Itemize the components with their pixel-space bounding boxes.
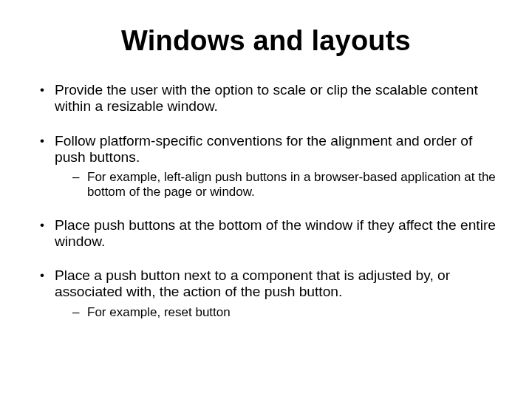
list-item-text: Place push buttons at the bottom of the … (55, 217, 496, 249)
list-item: Place push buttons at the bottom of the … (34, 217, 498, 250)
list-item-text: Follow platform-specific conventions for… (55, 133, 472, 165)
sub-list: For example, reset button (55, 305, 498, 320)
slide: Windows and layouts Provide the user wit… (0, 0, 532, 399)
list-item: Place a push button next to a component … (34, 267, 498, 319)
list-item-text: Provide the user with the option to scal… (55, 82, 478, 114)
sub-list-item-text: For example, reset button (87, 305, 231, 319)
list-item: Follow platform-specific conventions for… (34, 133, 498, 200)
sub-list-item: For example, left-align push buttons in … (55, 170, 498, 199)
bullet-list: Provide the user with the option to scal… (34, 82, 498, 319)
sub-list-item: For example, reset button (55, 305, 498, 320)
sub-list-item-text: For example, left-align push buttons in … (87, 170, 496, 199)
slide-title: Windows and layouts (34, 25, 498, 57)
sub-list: For example, left-align push buttons in … (55, 170, 498, 199)
list-item-text: Place a push button next to a component … (55, 267, 450, 299)
list-item: Provide the user with the option to scal… (34, 82, 498, 115)
